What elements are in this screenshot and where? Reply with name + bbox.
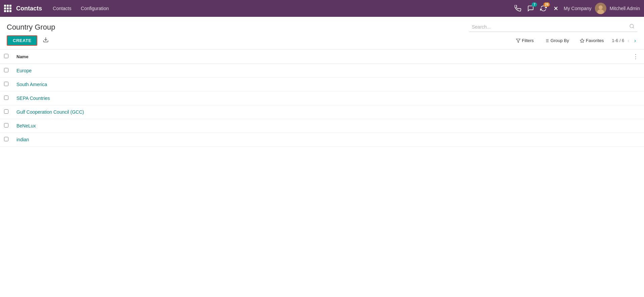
row-name[interactable]: Gulf Cooperation Council (GCC) bbox=[12, 105, 627, 119]
table-row: SEPA Countries bbox=[0, 91, 644, 105]
search-icon[interactable] bbox=[629, 24, 635, 30]
row-checkbox-cell bbox=[0, 78, 12, 91]
user-avatar[interactable] bbox=[595, 3, 606, 14]
row-name[interactable]: BeNeLux bbox=[12, 119, 627, 133]
search-input[interactable] bbox=[472, 24, 627, 30]
row-options bbox=[627, 133, 644, 147]
toolbar-left: CREATE bbox=[7, 35, 51, 46]
activity-icon-btn[interactable]: 26 bbox=[539, 4, 548, 13]
group-by-button[interactable]: Group By bbox=[542, 37, 572, 44]
page-title: Country Group bbox=[7, 23, 55, 32]
favorites-button[interactable]: Favorites bbox=[577, 37, 606, 44]
navbar-right: 7 26 My Company Mitchell Admin bbox=[513, 3, 640, 14]
download-button[interactable] bbox=[40, 35, 51, 46]
table-row: BeNeLux bbox=[0, 119, 644, 133]
header-name: Name bbox=[12, 49, 627, 64]
row-checkbox[interactable] bbox=[4, 96, 8, 100]
header-checkbox-cell bbox=[0, 49, 12, 64]
filters-label: Filters bbox=[522, 38, 534, 43]
row-checkbox[interactable] bbox=[4, 68, 8, 72]
row-checkbox[interactable] bbox=[4, 137, 8, 141]
svg-point-4 bbox=[597, 9, 604, 14]
chat-badge: 7 bbox=[532, 2, 537, 7]
row-options bbox=[627, 91, 644, 105]
close-icon-btn[interactable] bbox=[552, 4, 560, 13]
toolbar: CREATE Filters Group By Favorites 1-6 / … bbox=[0, 32, 644, 49]
search-bar bbox=[469, 22, 637, 32]
svg-marker-15 bbox=[580, 39, 584, 42]
select-all-checkbox[interactable] bbox=[4, 54, 8, 58]
row-checkbox-cell bbox=[0, 105, 12, 119]
header-options: ⋮ bbox=[627, 49, 644, 64]
activity-badge: 26 bbox=[543, 2, 550, 7]
list-table: Name ⋮ EuropeSouth AmericaSEPA Countries… bbox=[0, 49, 644, 147]
content-area: Country Group CREATE Filters Group By bbox=[0, 17, 644, 297]
toolbar-right: Filters Group By Favorites 1-6 / 6 ‹ › bbox=[513, 37, 637, 44]
chat-icon-btn[interactable]: 7 bbox=[526, 4, 535, 13]
row-checkbox[interactable] bbox=[4, 109, 8, 114]
app-name[interactable]: Contacts bbox=[16, 5, 42, 12]
page-header: Country Group bbox=[0, 17, 644, 32]
row-options bbox=[627, 105, 644, 119]
table-row: Gulf Cooperation Council (GCC) bbox=[0, 105, 644, 119]
group-by-label: Group By bbox=[551, 38, 569, 43]
filters-button[interactable]: Filters bbox=[513, 37, 536, 44]
svg-marker-8 bbox=[516, 39, 520, 42]
row-checkbox-cell bbox=[0, 91, 12, 105]
column-options-button[interactable]: ⋮ bbox=[631, 53, 640, 60]
pagination-count: 1-6 / 6 bbox=[612, 38, 624, 43]
row-checkbox-cell bbox=[0, 119, 12, 133]
row-options bbox=[627, 78, 644, 91]
navbar: Contacts Contacts Configuration 7 26 My … bbox=[0, 0, 644, 17]
row-checkbox-cell bbox=[0, 133, 12, 147]
row-checkbox[interactable] bbox=[4, 82, 8, 86]
pagination-prev[interactable]: ‹ bbox=[626, 37, 631, 44]
row-options bbox=[627, 64, 644, 78]
svg-point-5 bbox=[630, 24, 634, 28]
navbar-menu: Contacts Configuration bbox=[49, 4, 510, 13]
table-body: EuropeSouth AmericaSEPA CountriesGulf Co… bbox=[0, 64, 644, 147]
create-button[interactable]: CREATE bbox=[7, 35, 37, 46]
svg-line-6 bbox=[633, 27, 634, 28]
table-header-row: Name ⋮ bbox=[0, 49, 644, 64]
row-checkbox-cell bbox=[0, 64, 12, 78]
pagination: 1-6 / 6 ‹ › bbox=[612, 37, 637, 44]
nav-contacts[interactable]: Contacts bbox=[49, 4, 75, 13]
app-grid-icon[interactable] bbox=[4, 5, 11, 12]
svg-point-3 bbox=[599, 5, 603, 9]
pagination-next[interactable]: › bbox=[633, 37, 637, 44]
company-name[interactable]: My Company bbox=[564, 6, 591, 11]
favorites-label: Favorites bbox=[586, 38, 604, 43]
row-name[interactable]: SEPA Countries bbox=[12, 91, 627, 105]
table-row: indian bbox=[0, 133, 644, 147]
phone-icon-btn[interactable] bbox=[513, 4, 523, 13]
row-name[interactable]: South America bbox=[12, 78, 627, 91]
table-row: Europe bbox=[0, 64, 644, 78]
row-name[interactable]: indian bbox=[12, 133, 627, 147]
user-name[interactable]: Mitchell Admin bbox=[610, 6, 640, 11]
row-options bbox=[627, 119, 644, 133]
row-name[interactable]: Europe bbox=[12, 64, 627, 78]
nav-configuration[interactable]: Configuration bbox=[77, 4, 113, 13]
row-checkbox[interactable] bbox=[4, 123, 8, 127]
table-row: South America bbox=[0, 78, 644, 91]
